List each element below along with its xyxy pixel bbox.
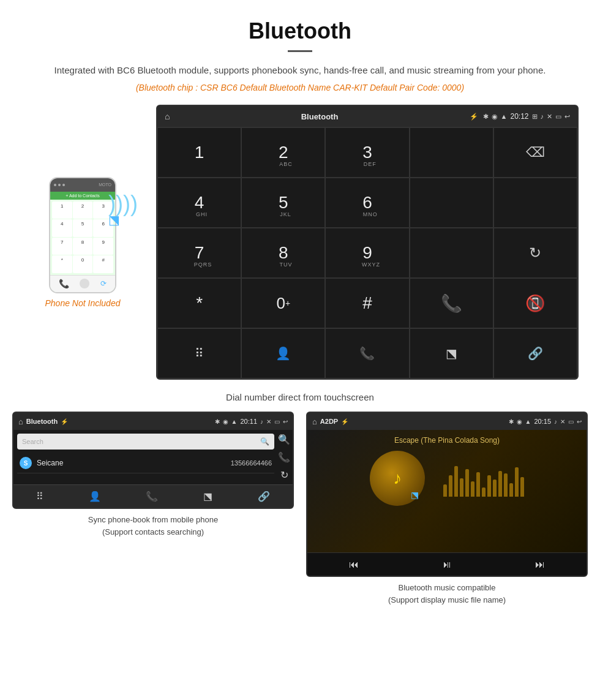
- phonebook-content-row: Search 🔍 S Seicane 13566664466 🔍 📞 ↻: [13, 430, 293, 484]
- pb-usb-icon: ⚡: [61, 418, 68, 425]
- phonebook-panel: ⌂ Bluetooth ⚡ ✱ ◉ ▲ 20:11 ♪ ✕ ▭ ↩ Search: [12, 412, 294, 606]
- location-icon: ◉: [492, 113, 498, 121]
- contact-name: Seicane: [37, 459, 226, 467]
- key-8-sub: TUV: [279, 262, 292, 268]
- phonebook-status-bar: ⌂ Bluetooth ⚡ ✱ ◉ ▲ 20:11 ♪ ✕ ▭ ↩: [13, 413, 293, 430]
- status-time: 20:12: [510, 112, 528, 121]
- pb-home-icon[interactable]: ⌂: [18, 417, 23, 426]
- viz-bar: [487, 475, 491, 497]
- music-album-art: ♪ ⬔: [370, 451, 425, 506]
- pb-back-icon[interactable]: ↩: [283, 418, 288, 425]
- music-equalizer: [443, 466, 524, 497]
- key-2[interactable]: 2ABC: [241, 127, 325, 178]
- phone-key-9: 9: [93, 238, 113, 255]
- music-controls-bar: ⏮ ⏯ ⏭: [307, 552, 587, 576]
- pb-time: 20:11: [240, 418, 257, 425]
- home-icon[interactable]: ⌂: [165, 111, 170, 121]
- phone-key-2: 2: [73, 201, 93, 219]
- music-close-icon: ✕: [560, 418, 565, 425]
- key-row1-empty: [410, 127, 493, 178]
- next-button[interactable]: ⏭: [535, 559, 545, 570]
- pb-vol-icon: ♪: [260, 418, 263, 425]
- viz-bar: [498, 471, 502, 497]
- music-usb-icon: ⚡: [341, 418, 348, 425]
- music-panel: ⌂ A2DP ⚡ ✱ ◉ ▲ 20:15 ♪ ✕ ▭ ↩ Escape (The…: [306, 412, 588, 606]
- search-placeholder: Search: [22, 438, 43, 445]
- wifi-signal-icon: )))): [108, 195, 138, 213]
- viz-bar: [493, 480, 497, 497]
- key-6[interactable]: 6MNO: [325, 178, 409, 228]
- music-vol-icon: ♪: [554, 418, 557, 425]
- key-2-sub: ABC: [279, 161, 293, 167]
- backspace-key[interactable]: ⌫: [493, 127, 577, 178]
- phone-key-0: 0: [73, 255, 93, 273]
- music-song-title: Escape (The Pina Colada Song): [394, 436, 500, 445]
- pb-win-icon: ▭: [274, 418, 280, 425]
- phone-key[interactable]: 📞: [325, 328, 409, 378]
- music-back-icon[interactable]: ↩: [577, 418, 582, 425]
- key-8[interactable]: 8TUV: [241, 228, 325, 278]
- bluetooth-signal: )))) ⬔: [108, 195, 138, 227]
- bluetooth-status-icon: ✱: [483, 113, 489, 121]
- music-bt-icon: ✱: [509, 418, 514, 425]
- phonebook-search-bar[interactable]: Search 🔍: [17, 434, 274, 450]
- key-5[interactable]: 5JKL: [241, 178, 325, 228]
- pb-bottom-grid-icon[interactable]: ⠿: [36, 491, 43, 502]
- phone-key-star: *: [52, 255, 72, 273]
- viz-bar: [515, 467, 519, 497]
- link-key[interactable]: 🔗: [493, 328, 577, 378]
- prev-button[interactable]: ⏮: [349, 559, 359, 570]
- key-3[interactable]: 3DEF: [325, 127, 409, 178]
- key-7-sub: PQRS: [194, 262, 212, 268]
- viz-bar: [476, 472, 480, 497]
- phone-top-bar: MOTO: [50, 178, 115, 192]
- pb-bt-icon: ✱: [215, 418, 220, 425]
- key-4[interactable]: 4GHI: [157, 178, 241, 228]
- phone-brand: MOTO: [99, 183, 111, 187]
- play-pause-button[interactable]: ⏯: [442, 559, 452, 570]
- phone-home-btn: [80, 279, 89, 288]
- usb-icon: ⚡: [470, 113, 478, 121]
- music-bt-overlay-icon: ⬔: [411, 490, 419, 500]
- pb-close-icon: ✕: [266, 418, 271, 425]
- contact-row-seicane[interactable]: S Seicane 13566664466: [17, 453, 274, 473]
- phone-bt-icon: ⟳: [100, 279, 107, 288]
- music-home-icon[interactable]: ⌂: [312, 417, 317, 426]
- middle-section: MOTO + Add to Contacts 1 2 3 4 5 6 7 8 9: [0, 99, 600, 386]
- key-3-sub: DEF: [364, 161, 377, 167]
- refresh-key[interactable]: ↻: [493, 228, 577, 278]
- phone-status-dots: [54, 184, 65, 186]
- phonebook-bottom-bar: ⠿ 👤 📞 ⬔ 🔗: [13, 484, 293, 508]
- viz-bar: [471, 481, 474, 497]
- dialpad-key[interactable]: ⠿: [157, 328, 241, 378]
- signal-icon: ▲: [501, 113, 508, 120]
- music-caption: Bluetooth music compatible(Support displ…: [388, 582, 506, 606]
- back-icon[interactable]: ↩: [564, 113, 570, 121]
- pb-bottom-bt-icon[interactable]: ⬔: [203, 491, 212, 502]
- phonebook-contact-list: Search 🔍 S Seicane 13566664466: [13, 430, 278, 477]
- header-divider: [288, 50, 312, 52]
- key-9[interactable]: 9WXYZ: [325, 228, 409, 278]
- music-sig-icon: ▲: [525, 418, 531, 425]
- pb-bottom-phone-icon[interactable]: 📞: [146, 491, 158, 502]
- viz-bar: [454, 466, 458, 497]
- key-0[interactable]: 0+: [241, 278, 325, 328]
- phone-contact-bar: + Add to Contacts: [50, 192, 115, 200]
- call-red-key[interactable]: 📵: [493, 278, 577, 328]
- contacts-key[interactable]: 👤: [241, 328, 325, 378]
- key-row2-empty2: [493, 178, 577, 228]
- key-1[interactable]: 1: [157, 127, 241, 178]
- phonebook-screen: ⌂ Bluetooth ⚡ ✱ ◉ ▲ 20:11 ♪ ✕ ▭ ↩ Search: [12, 412, 294, 509]
- key-7[interactable]: 7PQRS: [157, 228, 241, 278]
- pb-bottom-person-icon[interactable]: 👤: [89, 491, 101, 502]
- bluetooth-key[interactable]: ⬔: [410, 328, 493, 378]
- window-icon: ▭: [555, 113, 561, 121]
- key-star[interactable]: *: [157, 278, 241, 328]
- key-hash[interactable]: #: [325, 278, 409, 328]
- music-player-content: Escape (The Pina Colada Song) ♪ ⬔: [307, 430, 587, 552]
- music-loc-icon: ◉: [517, 418, 522, 425]
- viz-bar: [509, 483, 513, 497]
- pb-bottom-link-icon[interactable]: 🔗: [258, 491, 270, 502]
- contact-letter-s: S: [20, 457, 32, 469]
- call-green-key[interactable]: 📞: [410, 278, 493, 328]
